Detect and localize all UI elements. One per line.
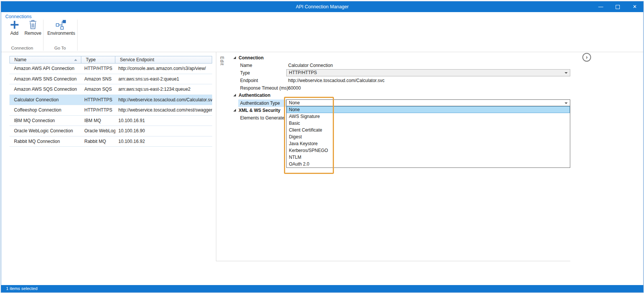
remove-button[interactable]: Remove <box>23 20 43 36</box>
edit-panel-bottom-border <box>216 261 570 261</box>
ribbon-group-separator <box>77 20 78 51</box>
column-header-name[interactable]: Name <box>9 56 81 64</box>
type-combobox[interactable]: HTTP/HTTPS <box>286 69 570 76</box>
maximize-icon <box>616 5 620 9</box>
group-header-label: XML & WS Security <box>239 108 280 113</box>
column-header-type[interactable]: Type <box>81 56 115 64</box>
tab-connections[interactable]: Connections <box>5 14 32 19</box>
cell-type: IBM MQ <box>81 118 115 123</box>
cell-name: Amazon AWS SNS Connection <box>9 76 81 82</box>
ribbon-group-connection-label: Connection <box>1 46 43 50</box>
status-bar: 1 items selected <box>1 285 643 292</box>
cell-type: Oracle WebLogic <box>81 128 115 133</box>
property-row-endpoint: Endpoint http://webservice.toscacloud.co… <box>231 77 570 84</box>
cell-type: HTTP/HTTPS <box>81 107 115 113</box>
titlebar[interactable]: API Connection Manager — ✕ <box>1 2 643 12</box>
cell-endpoint: arn:aws:sns:us-east-2:queue1 <box>115 76 212 82</box>
endpoint-value-field[interactable]: http://webservice.toscacloud.com/Calcula… <box>288 78 385 83</box>
property-label: Response Timeout (ms) <box>240 85 288 91</box>
table-row[interactable]: IBM MQ Connection IBM MQ 10.100.16.91 <box>9 116 212 126</box>
cell-name: Calculator Connection <box>9 97 81 102</box>
maximize-button[interactable] <box>609 2 626 12</box>
cell-name: Oracle WebLogic Connection <box>9 128 81 133</box>
close-button[interactable]: ✕ <box>626 2 643 12</box>
table-row[interactable]: Amazon AWS API Connection HTTP/HTTPS htt… <box>9 64 212 74</box>
property-label: Authentication Type <box>240 101 280 106</box>
cell-endpoint: http://webservice.toscacloud.com/Calcula… <box>115 97 212 102</box>
cell-endpoint: arn:aws:sqs:us-east-2:1234:queue2 <box>115 87 212 92</box>
cell-type: HTTP/HTTPS <box>81 66 115 71</box>
group-header-authentication[interactable]: Authentication <box>231 92 570 99</box>
add-icon <box>9 20 20 30</box>
auth-type-combobox-value: None <box>289 100 300 105</box>
auth-type-dropdown-list: None AWS Signature Basic Client Certific… <box>286 106 570 168</box>
group-header-label: Authentication <box>239 93 270 98</box>
cell-type: Amazon SQS <box>81 87 115 92</box>
property-label: Elements to Generate <box>240 115 284 121</box>
cell-name: Amazon AWS SQS Connection <box>9 87 81 92</box>
expander-icon <box>233 109 236 112</box>
connections-list: Amazon AWS API Connection HTTP/HTTPS htt… <box>9 64 212 147</box>
cell-name: IBM MQ Connection <box>9 118 81 123</box>
cell-endpoint: 10.100.16.90 <box>115 128 212 133</box>
name-value-field[interactable]: Calculator Connection <box>288 63 333 68</box>
group-header-label: Connection <box>239 55 264 60</box>
ribbon-bottom-border <box>1 52 643 52</box>
dropdown-option[interactable]: Basic <box>287 120 570 127</box>
group-header-connection[interactable]: Connection <box>231 54 570 62</box>
dropdown-option[interactable]: Kerberos/SPNEGO <box>287 147 570 154</box>
chevron-right-icon: › <box>586 54 588 60</box>
expander-icon <box>233 56 236 59</box>
cell-type: HTTP/HTTPS <box>81 97 115 102</box>
chevron-down-icon <box>565 72 568 74</box>
remove-button-label: Remove <box>25 31 42 36</box>
environments-icon <box>56 20 67 30</box>
column-header-endpoint-label: Service Endpoint <box>120 57 154 62</box>
dropdown-option[interactable]: Client Certificate <box>287 127 570 133</box>
property-row-name: Name Calculator Connection <box>231 62 570 69</box>
window-controls: — ✕ <box>592 2 643 12</box>
status-text: 1 items selected <box>6 286 37 291</box>
add-button[interactable]: Add <box>6 20 23 36</box>
dropdown-option[interactable]: Java Keystore <box>287 140 570 147</box>
table-row[interactable]: Amazon AWS SNS Connection Amazon SNS arn… <box>9 74 212 85</box>
screenshot-stage: API Connection Manager — ✕ Connections A… <box>0 0 644 293</box>
cell-type: Amazon SNS <box>81 76 115 82</box>
timeout-value-field[interactable]: 60000 <box>288 85 301 91</box>
environments-button-label: Environments <box>47 31 75 36</box>
minimize-button[interactable]: — <box>592 2 609 12</box>
dropdown-option[interactable]: None <box>287 106 570 113</box>
dropdown-option[interactable]: AWS Signature <box>287 113 570 120</box>
dropdown-option[interactable]: Digest <box>287 133 570 140</box>
column-header-endpoint[interactable]: Service Endpoint <box>115 56 212 64</box>
property-label: Type <box>240 70 250 76</box>
type-combobox-value: HTTP/HTTPS <box>289 70 317 75</box>
table-row[interactable]: Oracle WebLogic Connection Oracle WebLog… <box>9 126 212 136</box>
table-row-selected[interactable]: Calculator Connection HTTP/HTTPS http://… <box>9 95 212 105</box>
cell-type: Rabbit MQ <box>81 139 115 144</box>
collapse-panel-button[interactable]: › <box>582 53 591 62</box>
cell-endpoint: 10.100.16.92 <box>115 139 212 144</box>
cell-endpoint: http://webservice.toscacloud.com/rest/sw… <box>115 107 212 113</box>
edit-panel-tab[interactable]: Edit <box>219 56 225 66</box>
chevron-down-icon <box>565 102 568 104</box>
cell-name: Coffeeshop Connection <box>9 107 81 113</box>
cell-name: Amazon AWS API Connection <box>9 66 81 71</box>
environments-button[interactable]: Environments <box>45 20 78 36</box>
app-window: API Connection Manager — ✕ Connections A… <box>1 1 644 293</box>
sort-ascending-icon <box>74 59 77 61</box>
table-row[interactable]: Rabbit MQ Connection Rabbit MQ 10.100.16… <box>9 136 212 147</box>
table-row[interactable]: Coffeeshop Connection HTTP/HTTPS http://… <box>9 105 212 116</box>
ribbon-group-goto-label: Go To <box>43 46 77 50</box>
property-row-timeout: Response Timeout (ms) 60000 <box>231 84 570 92</box>
column-header-type-label: Type <box>86 57 96 62</box>
minimize-icon: — <box>598 4 603 9</box>
pane-splitter[interactable] <box>216 52 216 261</box>
cell-name: Rabbit MQ Connection <box>9 139 81 144</box>
dropdown-option[interactable]: OAuth 2.0 <box>287 161 570 167</box>
table-row[interactable]: Amazon AWS SQS Connection Amazon SQS arn… <box>9 84 212 95</box>
dropdown-option[interactable]: NTLM <box>287 154 570 161</box>
column-header-name-label: Name <box>14 57 26 62</box>
expander-icon <box>233 94 236 96</box>
add-button-label: Add <box>10 31 18 36</box>
